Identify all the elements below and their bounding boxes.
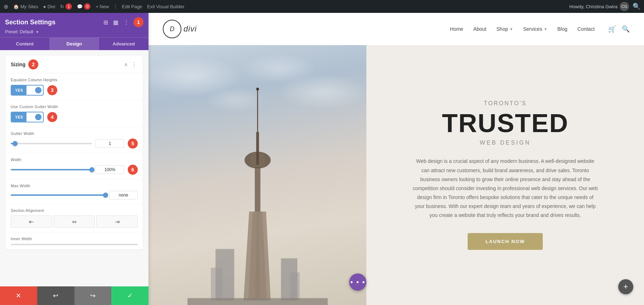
services-chevron: ▼: [544, 27, 547, 31]
align-right-button[interactable]: ⇥: [96, 216, 138, 228]
more-options-button[interactable]: ⋮: [123, 17, 130, 27]
equalize-toggle-row: YES 3: [11, 85, 138, 96]
logo-circle: D: [163, 20, 181, 38]
width-thumb[interactable]: [89, 167, 94, 172]
floating-dots-button[interactable]: • • •: [349, 273, 366, 291]
search-icon-button[interactable]: 🔍: [622, 25, 630, 33]
section-alignment-label: Section Alignment: [11, 208, 138, 213]
gutter-width-field: Gutter Width 5: [6, 127, 143, 153]
admin-bar-left: ⊕ 🏠 My Sites ● Divi ↻ 1 💬 0 + New | Edit…: [4, 3, 564, 10]
custom-gutter-toggle-label: YES: [11, 112, 26, 122]
refresh-icon: ↻: [60, 4, 64, 9]
step-6-badge: 6: [128, 165, 138, 175]
messages-count-badge: 0: [84, 3, 91, 10]
separator: |: [115, 3, 116, 10]
equalize-toggle[interactable]: YES: [11, 85, 44, 96]
inner-width-field: Inner Width: [6, 232, 143, 250]
step-1-badge: 1: [133, 17, 143, 27]
comments-link[interactable]: ↻ 1: [60, 3, 72, 10]
divi-link[interactable]: ● Divi: [43, 4, 55, 9]
undo-icon: ↩: [53, 292, 58, 300]
hero-subtitle: TORONTO'S: [484, 100, 527, 107]
house-icon: 🏠: [13, 4, 19, 9]
admin-search-icon[interactable]: 🔍: [633, 3, 640, 10]
nav-blog[interactable]: Blog: [557, 26, 567, 32]
nav-home[interactable]: Home: [450, 26, 463, 32]
max-width-track[interactable]: [11, 194, 106, 196]
logo-text: divi: [184, 24, 197, 34]
cancel-button[interactable]: ✕: [0, 286, 37, 305]
svg-rect-13: [187, 298, 328, 305]
max-width-slider-row: [11, 191, 138, 199]
align-left-button[interactable]: ⇤: [11, 216, 52, 228]
tab-advanced[interactable]: Advanced: [99, 38, 148, 50]
save-icon: ✓: [127, 292, 133, 300]
shop-chevron: ▼: [509, 27, 513, 31]
width-value[interactable]: [96, 165, 124, 174]
custom-gutter-slider: [26, 112, 43, 122]
settings-title: Section Settings: [5, 19, 55, 26]
tab-design[interactable]: Design: [49, 38, 99, 50]
window-icon-button[interactable]: ⊞: [103, 17, 109, 27]
nav-services[interactable]: Services ▼: [523, 26, 547, 32]
collapse-button[interactable]: ∧: [123, 61, 128, 68]
exit-builder-button[interactable]: Exit Visual Builder: [147, 4, 185, 9]
settings-body: Sizing 2 ∧ ⋮ Equalize Column Heights YES: [0, 50, 148, 286]
align-center-button[interactable]: ⇔: [54, 216, 95, 228]
preset-label: Preset: Default: [5, 29, 33, 34]
width-field: Width 6: [6, 153, 143, 179]
my-sites-link[interactable]: 🏠 My Sites: [13, 4, 38, 9]
inner-width-track[interactable]: [11, 244, 138, 245]
step-4-badge: 4: [47, 112, 57, 122]
redo-button[interactable]: ↪: [74, 286, 112, 305]
gutter-width-track[interactable]: [11, 143, 92, 144]
gutter-width-label: Gutter Width: [11, 131, 138, 136]
custom-gutter-toggle[interactable]: YES: [11, 112, 44, 122]
nav-shop[interactable]: Shop ▼: [497, 26, 513, 32]
hero-cta-button[interactable]: LAUNCH NOW: [468, 233, 543, 250]
tab-content[interactable]: Content: [0, 38, 49, 50]
sizing-title-row: Sizing 2: [11, 59, 38, 69]
edit-page-button[interactable]: Edit Page: [122, 4, 142, 9]
sizing-more-button[interactable]: ⋮: [131, 60, 138, 69]
undo-button[interactable]: ↩: [37, 286, 74, 305]
comments-count-badge: 1: [65, 3, 72, 10]
section-alignment-field: Section Alignment ⇤ ⇔ ⇥: [6, 204, 143, 232]
preview-area: D divi Home About Shop ▼ Services ▼: [148, 13, 644, 305]
divi-icon: ●: [43, 4, 46, 9]
hero-text-column: TORONTO'S TRUSTED WEB DESIGN Web design …: [366, 45, 644, 305]
logo-letter: D: [170, 25, 175, 33]
max-width-value[interactable]: [109, 191, 138, 199]
admin-bar: ⊕ 🏠 My Sites ● Divi ↻ 1 💬 0 + New | Edit…: [0, 0, 644, 13]
width-track[interactable]: [11, 169, 92, 170]
save-button[interactable]: ✓: [111, 286, 148, 305]
gutter-width-thumb[interactable]: [13, 141, 18, 146]
site-logo[interactable]: D divi: [163, 20, 197, 38]
sizing-group-header: Sizing 2 ∧ ⋮: [6, 56, 143, 73]
wordpress-icon[interactable]: ⊕: [4, 3, 8, 10]
cart-icon-button[interactable]: 🛒: [608, 25, 616, 33]
layout-icon-button[interactable]: ▦: [112, 17, 119, 27]
floating-plus-button[interactable]: +: [618, 279, 633, 294]
step-5-badge: 5: [128, 139, 138, 149]
max-width-label: Max Width: [11, 184, 138, 188]
width-slider-row: 6: [11, 165, 138, 175]
svg-rect-6: [256, 132, 259, 164]
nav-about[interactable]: About: [473, 26, 487, 32]
sizing-title: Sizing: [11, 62, 25, 67]
nav-icons: 🛒 🔍: [608, 25, 630, 33]
gutter-width-value[interactable]: [96, 139, 124, 148]
preset-row: Preset: Default ▼: [5, 29, 143, 34]
step-3-badge: 3: [47, 85, 57, 95]
howdy-text: Howdy, Christina Gwira CG: [569, 2, 629, 11]
messages-link[interactable]: 💬 0: [77, 3, 91, 10]
equalize-label: Equalize Column Heights: [11, 78, 138, 82]
max-width-thumb[interactable]: [103, 193, 108, 198]
nav-contact[interactable]: Contact: [577, 26, 595, 32]
max-width-fill: [11, 194, 106, 196]
hero-title: TRUSTED: [442, 110, 569, 136]
step-2-badge: 2: [28, 59, 38, 69]
svg-rect-7: [257, 90, 258, 132]
cancel-icon: ✕: [16, 292, 21, 300]
new-button[interactable]: + New: [96, 4, 109, 9]
